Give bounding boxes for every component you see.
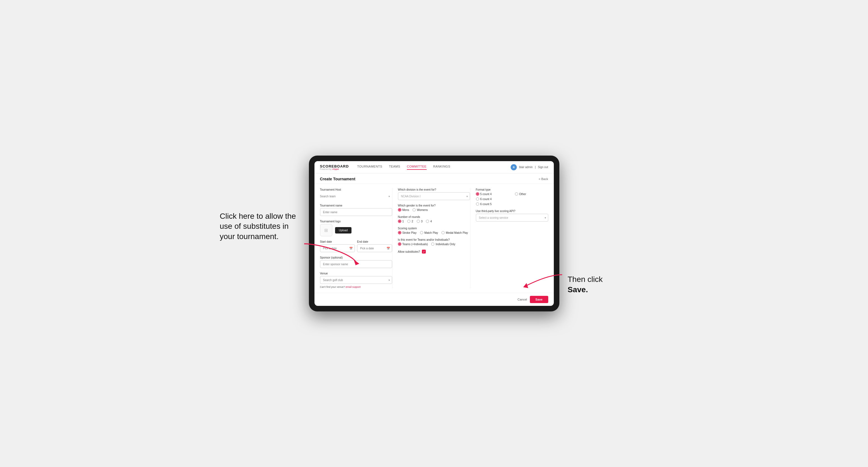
tournament-logo-field: Tournament logo ⊞ Upload [320,220,392,236]
upload-button[interactable]: Upload [335,227,352,234]
radio-6count5-circle [476,202,479,206]
format-5count4-label: 5 count 4 [480,193,492,196]
venue-label: Venue [320,272,392,275]
radio-1-circle [398,220,401,223]
format-6count4[interactable]: 6 count 4 [476,197,509,201]
rounds-1-label: 1 [402,220,404,223]
event-individuals-label: Individuals Only [436,243,455,246]
rounds-label: Number of rounds [398,215,470,218]
radio-other-circle [515,192,518,196]
format-6count5-label: 6 count 5 [480,203,492,206]
annotation-left: Click here to allow the use of substitut… [220,211,298,242]
format-other[interactable]: Other [515,192,548,196]
rounds-4-label: 4 [430,220,432,223]
scoring-stroke-label: Stroke Play [402,231,416,234]
venue-help: Can't find your venue? email support [320,285,392,288]
chevron-down-icon: ▾ [389,195,390,198]
event-individuals[interactable]: Individuals Only [431,242,455,246]
sign-out-link[interactable]: Sign out [538,165,548,169]
radio-2-circle [407,220,410,223]
allow-substitutes-field: Allow substitutes? ✓ [398,250,470,253]
tournament-name-field: Tournament name [320,204,392,216]
rounds-radio-group: 1 2 3 4 [398,220,470,223]
form-col-1: Tournament Host ▾ Tournament name Tourna… [320,188,393,288]
tournament-name-label: Tournament name [320,204,392,207]
tournament-host-field: Tournament Host ▾ [320,188,392,200]
division-input[interactable] [398,192,470,200]
format-type-field: Format type 5 count 4 Other [476,188,548,206]
venue-input[interactable] [320,276,392,284]
scoring-stroke-play[interactable]: Stroke Play [398,231,416,234]
calendar-icon-end: 📅 [386,247,390,250]
event-teams-label: Teams (+Individuals) [402,243,428,246]
cancel-button[interactable]: Cancel [518,298,527,301]
format-6count4-label: 6 count 4 [480,197,492,201]
allow-substitutes-item[interactable]: Allow substitutes? ✓ [398,250,470,253]
scoring-system-field: Scoring system Stroke Play Match Play [398,227,470,234]
tournament-host-input[interactable] [320,192,392,200]
venue-input-wrap: ▾ [320,276,392,284]
scoring-medal-label: Medal Match Play [446,231,468,234]
tournament-logo-label: Tournament logo [320,220,392,223]
save-button[interactable]: Save [530,296,548,303]
tournament-name-input[interactable] [320,208,392,216]
arrow-left-icon [301,241,362,266]
radio-individuals-circle [431,242,434,246]
event-teams[interactable]: Teams (+Individuals) [398,242,428,246]
gender-field: Which gender is the event for? Mens Wome… [398,204,470,212]
scoring-medal-match[interactable]: Medal Match Play [441,231,468,234]
back-link[interactable]: Back [539,177,548,181]
arrow-right-icon [520,272,565,289]
rounds-2-label: 2 [412,220,413,223]
format-6count5[interactable]: 6 count 5 [476,202,509,206]
scoring-match-play[interactable]: Match Play [420,231,438,234]
tournament-host-input-wrap: ▾ [320,192,392,200]
gender-womens[interactable]: Womens [412,208,428,212]
rounds-1[interactable]: 1 [398,220,404,223]
end-date-input-wrap: 📅 [357,244,392,252]
tournament-host-label: Tournament Host [320,188,392,191]
scoring-system-label: Scoring system [398,227,470,230]
logo-upload-area: ⊞ Upload [320,224,392,236]
avatar: B [511,164,517,170]
navigation: SCOREBOARD Powered by clippd TOURNAMENTS… [314,161,554,174]
format-type-grid: 5 count 4 Other 6 count 4 [476,192,548,206]
radio-medal-circle [441,231,445,234]
gender-womens-label: Womens [417,209,428,212]
format-other-label: Other [519,193,526,196]
scoring-select[interactable]: Select a scoring service [476,214,548,221]
format-5count4[interactable]: 5 count 4 [476,192,509,196]
end-date-label: End date [357,240,392,243]
rounds-3-label: 3 [421,220,423,223]
event-for-radio-group: Teams (+Individuals) Individuals Only [398,242,470,246]
form-col-2: Which division is the event for? ▾ Which… [398,188,470,288]
nav-rankings[interactable]: RANKINGS [433,165,450,170]
logo-placeholder-icon: ⊞ [320,224,332,236]
nav-committee[interactable]: COMMITTEE [407,165,427,170]
annotation-right: Then click Save. [568,274,632,295]
radio-match-circle [420,231,423,234]
rounds-2[interactable]: 2 [407,220,413,223]
rounds-3[interactable]: 3 [416,220,423,223]
scoring-match-label: Match Play [425,231,438,234]
rounds-field: Number of rounds 1 2 [398,215,470,223]
radio-mens-circle [398,208,401,212]
radio-womens-circle [412,208,416,212]
radio-4-circle [426,220,429,223]
gender-mens[interactable]: Mens [398,208,409,212]
radio-5count4-circle [476,192,479,196]
svg-marker-0 [354,260,359,265]
nav-teams[interactable]: TEAMS [389,165,400,170]
chevron-down-icon-venue: ▾ [389,279,390,282]
user-name: blair admin [519,165,533,169]
event-for-label: Is this event for Teams and/or Individua… [398,238,470,241]
radio-teams-circle [398,242,401,246]
scoring-select-wrap: Select a scoring service ▾ [476,214,548,221]
nav-right: B blair admin | Sign out [511,164,548,170]
radio-3-circle [416,220,420,223]
email-support-link[interactable]: email support [346,285,361,288]
nav-tournaments[interactable]: TOURNAMENTS [357,165,382,170]
allow-substitutes-checkbox[interactable]: ✓ [422,250,426,253]
format-type-label: Format type [476,188,548,191]
rounds-4[interactable]: 4 [426,220,432,223]
